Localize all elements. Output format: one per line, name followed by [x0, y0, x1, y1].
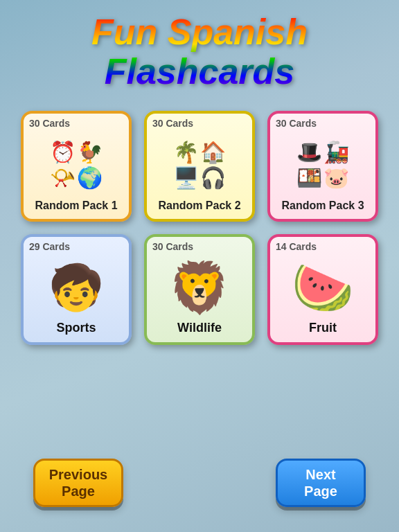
card-random2-label: Random Pack 2 — [152, 200, 247, 215]
app-title: Fun SpanishFlashcards — [91, 12, 308, 91]
card-random3[interactable]: 30 Cards 🎩 🚂 🍱 🐷 Random Pack 3 — [267, 111, 378, 222]
cards-grid: 30 Cards ⏰ 🐓 📯 🌍 Random Pack 1 30 Cards … — [21, 111, 378, 345]
icon-lion: 🦁 — [168, 263, 231, 312]
icon-globe: 🌍 — [77, 166, 103, 190]
card-fruit-label: Fruit — [276, 321, 370, 338]
icon-watermelon: 🍉 — [292, 263, 354, 312]
card-random2-icons: 🌴 🏠 🖥️ 🎧 — [152, 130, 247, 200]
card-random1-count: 30 Cards — [29, 118, 70, 129]
next-page-button[interactable]: NextPage — [276, 459, 366, 507]
card-random1-label: Random Pack 1 — [29, 200, 123, 215]
icon-horn: 📯 — [50, 166, 76, 190]
card-sports-label: Sports — [29, 321, 123, 338]
icon-screen: 🖥️ — [173, 166, 199, 190]
card-random1[interactable]: 30 Cards ⏰ 🐓 📯 🌍 Random Pack 1 — [21, 111, 132, 222]
icon-bento: 🍱 — [296, 166, 322, 190]
icon-house: 🏠 — [200, 140, 226, 164]
icon-headphones: 🎧 — [200, 166, 226, 190]
card-fruit-count: 14 Cards — [276, 241, 317, 252]
card-random1-icons: ⏰ 🐓 📯 🌍 — [29, 130, 123, 200]
card-random3-icons: 🎩 🚂 🍱 🐷 — [276, 130, 370, 200]
icon-hat: 🎩 — [296, 140, 322, 164]
card-wildlife-icon: 🦁 — [152, 254, 247, 321]
icon-clock: ⏰ — [50, 140, 76, 164]
icon-pig: 🐷 — [323, 166, 349, 190]
card-random2[interactable]: 30 Cards 🌴 🏠 🖥️ 🎧 Random Pack 2 — [144, 111, 255, 222]
card-random3-count: 30 Cards — [276, 118, 317, 129]
card-sports[interactable]: 29 Cards 🧒 Sports — [21, 234, 132, 345]
bottom-nav: PreviousPage NextPage — [33, 459, 366, 507]
icon-palm: 🌴 — [173, 140, 199, 164]
prev-page-button[interactable]: PreviousPage — [33, 459, 123, 507]
card-fruit[interactable]: 14 Cards 🍉 Fruit — [267, 234, 378, 345]
card-sports-count: 29 Cards — [29, 241, 70, 252]
card-wildlife[interactable]: 30 Cards 🦁 Wildlife — [144, 234, 255, 345]
icon-soccer-player: 🧒 — [48, 265, 104, 310]
icon-train: 🚂 — [323, 140, 349, 164]
card-fruit-icon: 🍉 — [276, 254, 370, 321]
card-wildlife-count: 30 Cards — [152, 241, 193, 252]
title-area: Fun SpanishFlashcards — [91, 12, 308, 91]
card-random2-count: 30 Cards — [152, 118, 193, 129]
icon-rooster: 🐓 — [77, 140, 103, 164]
card-sports-icon: 🧒 — [29, 254, 123, 321]
card-random3-label: Random Pack 3 — [276, 200, 370, 215]
card-wildlife-label: Wildlife — [152, 321, 247, 338]
